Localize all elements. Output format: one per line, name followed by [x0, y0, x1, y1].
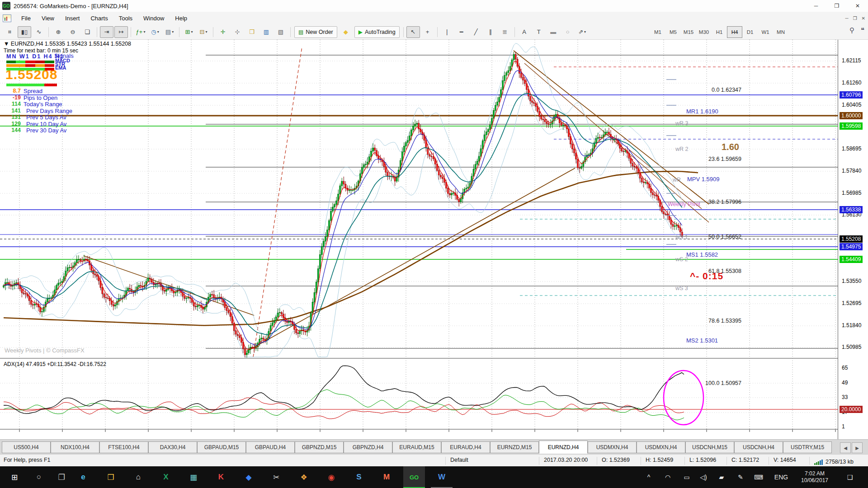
- line-chart-icon[interactable]: ∿: [32, 26, 46, 38]
- chevron-up-icon[interactable]: ^: [640, 466, 658, 488]
- firefox-icon[interactable]: M: [376, 466, 397, 488]
- arrow-objects-icon[interactable]: ⇗▾: [576, 26, 589, 38]
- tab-EURNZD,H4[interactable]: EURNZD,H4: [539, 441, 588, 454]
- task-view-button[interactable]: ❐: [51, 466, 72, 488]
- timeframe-MN[interactable]: MN: [773, 26, 788, 38]
- timeframe-H4[interactable]: H4: [727, 26, 742, 38]
- mdi-restore-button[interactable]: ❐: [853, 16, 857, 21]
- data-folder-icon[interactable]: ❒: [245, 26, 259, 38]
- timeframe-H1[interactable]: H1: [712, 26, 727, 38]
- market-books-icon[interactable]: ▧: [274, 26, 288, 38]
- horizontal-line-icon[interactable]: ━: [455, 26, 468, 38]
- tab-USDMXN,H4[interactable]: USDMXN,H4: [588, 441, 637, 453]
- vertical-line-icon[interactable]: ❘: [440, 26, 454, 38]
- touch-keyboard-icon[interactable]: ⌨: [750, 466, 768, 488]
- restore-button[interactable]: ❐: [826, 0, 847, 12]
- tab-EURAUD,H4[interactable]: EURAUD,H4: [441, 441, 490, 453]
- timeframe-D1[interactable]: D1: [742, 26, 758, 38]
- action-center-icon[interactable]: ❑: [839, 466, 861, 488]
- tab-EURNZD,M15[interactable]: EURNZD,M15: [490, 441, 539, 453]
- tabs-scroll-left[interactable]: ◀: [840, 442, 851, 453]
- navigator-icon[interactable]: ⊹: [231, 26, 244, 38]
- close-button[interactable]: ✕: [847, 0, 868, 12]
- menu-insert[interactable]: Insert: [60, 13, 85, 23]
- mdi-close-button[interactable]: ✕: [862, 16, 865, 21]
- chart-region[interactable]: 1.621151.612601.604051.586951.578401.569…: [0, 40, 868, 439]
- timeframe-M15[interactable]: M15: [681, 26, 696, 38]
- tab-USDCNH,H4[interactable]: USDCNH,H4: [734, 441, 783, 453]
- cursor-icon[interactable]: ↖: [406, 26, 420, 38]
- indicators-icon[interactable]: ƒ+▾: [134, 26, 147, 38]
- start-button[interactable]: ⊞: [4, 466, 25, 488]
- text-label-icon[interactable]: T: [532, 26, 546, 38]
- edge-icon[interactable]: e: [72, 466, 94, 488]
- menu-help[interactable]: Help: [170, 13, 193, 23]
- tab-USDCNH,M15[interactable]: USDCNH,M15: [685, 441, 734, 453]
- tab-GBPAUD,M15[interactable]: GBPAUD,M15: [197, 441, 246, 453]
- search-icon[interactable]: ⚲: [849, 26, 854, 34]
- new-chart-icon[interactable]: ⊞▾: [182, 26, 196, 38]
- ellipse-icon[interactable]: ○: [561, 26, 575, 38]
- menu-window[interactable]: Window: [138, 13, 170, 23]
- fibonacci-retracement-icon[interactable]: ≣: [498, 26, 512, 38]
- timeframe-M1[interactable]: M1: [650, 26, 665, 38]
- zoom-in-icon[interactable]: ⊕: [52, 26, 65, 38]
- clock[interactable]: 7:02 AM10/06/2017: [795, 466, 835, 488]
- terminal-icon[interactable]: ▥: [259, 26, 273, 38]
- profiles-icon[interactable]: ⊟▾: [197, 26, 210, 38]
- periods-icon[interactable]: ◷▾: [148, 26, 162, 38]
- tab-USDTRY,M15[interactable]: USDTRY,M15: [783, 441, 832, 453]
- timeframe-M5[interactable]: M5: [665, 26, 681, 38]
- word-icon[interactable]: W: [431, 466, 453, 488]
- zoom-out-icon[interactable]: ⊖: [66, 26, 80, 38]
- menu-charts[interactable]: Charts: [85, 13, 113, 23]
- rectangle-icon[interactable]: ▬: [547, 26, 560, 38]
- alerts-icon[interactable]: ◆: [339, 26, 353, 38]
- keepass-icon[interactable]: K: [210, 466, 232, 488]
- apps-grid-icon[interactable]: ▦: [183, 466, 204, 488]
- chart-shift-icon[interactable]: ↦: [114, 26, 128, 38]
- menu-view[interactable]: View: [36, 13, 60, 23]
- trendline-icon[interactable]: ╱: [469, 26, 483, 38]
- mdi-minimize-button[interactable]: ─: [845, 16, 849, 21]
- text-icon[interactable]: A: [518, 26, 531, 38]
- price-chart[interactable]: [0, 40, 838, 439]
- community-chat-icon[interactable]: ❝: [861, 26, 864, 34]
- crosshair-icon[interactable]: +: [421, 26, 434, 38]
- search-button[interactable]: ○: [28, 466, 50, 488]
- battery-icon[interactable]: ▰: [712, 466, 731, 488]
- tab-FTSE100,H4[interactable]: FTSE100,H4: [99, 441, 148, 453]
- tabs-scroll-right[interactable]: ▶: [852, 442, 863, 453]
- tab-EURAUD,M15[interactable]: EURAUD,M15: [392, 441, 441, 453]
- strategy-tester-icon[interactable]: ✛: [216, 26, 230, 38]
- pen-icon[interactable]: ✎: [731, 466, 750, 488]
- tab-GBPAUD,H4[interactable]: GBPAUD,H4: [246, 441, 295, 453]
- auto-scroll-icon[interactable]: ⇥: [100, 26, 113, 38]
- snipping-tool-icon[interactable]: ✂: [265, 466, 287, 488]
- touchpad-icon[interactable]: ▭: [678, 466, 696, 488]
- templates-icon[interactable]: ▤▾: [163, 26, 176, 38]
- excel-icon[interactable]: X: [155, 466, 177, 488]
- tab-GBPNZD,M15[interactable]: GBPNZD,M15: [295, 441, 344, 453]
- tab-US500,H4[interactable]: US500,H4: [2, 441, 51, 453]
- store-icon[interactable]: ⌂: [127, 466, 149, 488]
- menu-file[interactable]: File: [16, 13, 36, 23]
- autotrading-button[interactable]: ▶AutoTrading: [354, 26, 400, 38]
- equidistant-channel-icon[interactable]: ∥: [484, 26, 497, 38]
- timeframe-W1[interactable]: W1: [758, 26, 773, 38]
- bar-chart-icon[interactable]: ≡: [3, 26, 17, 38]
- photos-icon[interactable]: ❖: [293, 466, 315, 488]
- tile-windows-icon[interactable]: ❏: [80, 26, 94, 38]
- gomarkets-mt4-icon[interactable]: GO: [403, 466, 425, 488]
- file-explorer-icon[interactable]: ❒: [100, 466, 122, 488]
- wifi-icon[interactable]: ◠: [659, 466, 677, 488]
- new-order-button[interactable]: ▤New Order: [294, 26, 337, 38]
- tab-USDMXN,H4[interactable]: USDMXN,H4: [637, 441, 685, 453]
- dropbox-icon[interactable]: ◆: [238, 466, 259, 488]
- tab-NDX100,H4[interactable]: NDX100,H4: [51, 441, 99, 453]
- tab-DAX30,H4[interactable]: DAX30,H4: [148, 441, 197, 453]
- tab-GBPNZD,H4[interactable]: GBPNZD,H4: [344, 441, 392, 453]
- volume-icon[interactable]: ◁): [694, 466, 712, 488]
- menu-tools[interactable]: Tools: [113, 13, 138, 23]
- minimize-button[interactable]: ─: [806, 0, 826, 12]
